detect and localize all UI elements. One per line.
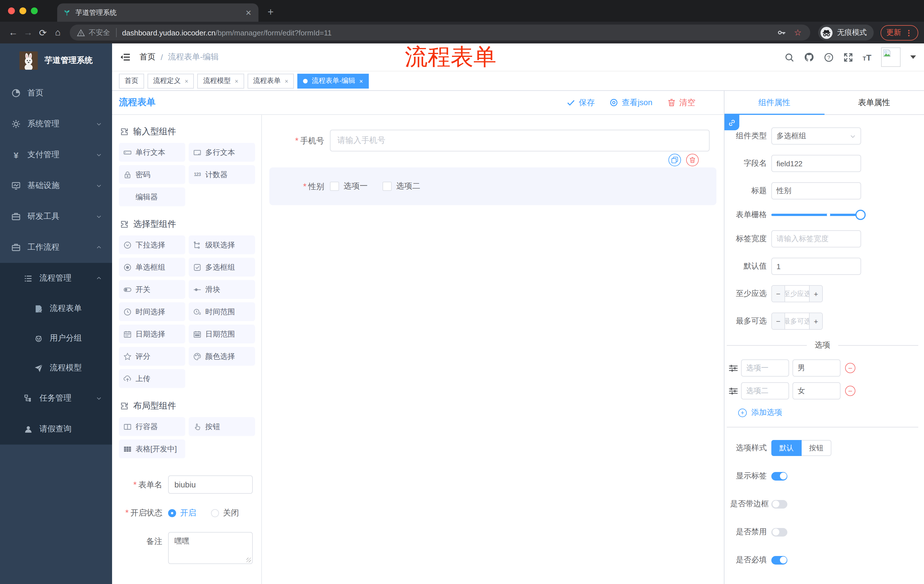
maximize-window-button[interactable]: [31, 7, 38, 14]
reload-icon[interactable]: ⟳: [35, 27, 50, 38]
browser-update-button[interactable]: 更新 ⋮: [881, 25, 918, 40]
tag-process-model[interactable]: 流程模型×: [198, 73, 244, 88]
tag-process-form[interactable]: 流程表单×: [248, 73, 294, 88]
drag-handle-icon[interactable]: [729, 387, 738, 395]
font-size-icon[interactable]: TT: [863, 52, 871, 62]
sidebar-item-process-mgmt[interactable]: 流程管理: [0, 263, 112, 294]
minimize-window-button[interactable]: [20, 7, 26, 14]
label-width-input[interactable]: 请输入标签宽度: [771, 230, 861, 247]
show-label-toggle[interactable]: [771, 472, 787, 480]
palette-item-table[interactable]: 表格[开发中]: [119, 439, 185, 458]
remark-textarea[interactable]: 嘿嘿: [168, 532, 253, 564]
status-radio-on[interactable]: 开启: [168, 508, 196, 518]
palette-item-checkbox-group[interactable]: 多选框组: [189, 258, 255, 276]
view-json-button[interactable]: 查看json: [610, 97, 652, 108]
avatar-caret-icon[interactable]: [910, 56, 916, 59]
palette-item-date-range[interactable]: 日期范围: [189, 324, 255, 344]
stepper-increase-button[interactable]: +: [809, 313, 822, 329]
url-path[interactable]: /bpm/manager/form/edit?formId=11: [216, 28, 332, 37]
tag-close-icon[interactable]: ×: [185, 77, 188, 84]
sidebar-item-workflow[interactable]: 工作流程: [0, 232, 112, 263]
security-label[interactable]: 不安全: [89, 28, 110, 38]
home-icon[interactable]: ⌂: [50, 28, 65, 38]
border-toggle[interactable]: [771, 500, 787, 508]
tab-form-props[interactable]: 表单属性: [824, 91, 924, 114]
address-bar[interactable]: 不安全 dashboard.yudao.iocoder.cn /bpm/mana…: [70, 25, 810, 41]
canvas-field-gender-selected[interactable]: *性别 选项一 选项二: [269, 168, 716, 205]
drag-handle-icon[interactable]: [729, 364, 738, 372]
tag-process-form-edit[interactable]: 流程表单-编辑×: [298, 73, 369, 88]
sidebar-item-payment[interactable]: ¥ 支付管理: [0, 140, 112, 170]
back-icon[interactable]: ←: [6, 28, 21, 38]
window-controls[interactable]: [8, 7, 38, 14]
palette-item-cascader[interactable]: 级联选择: [189, 235, 255, 254]
tag-close-icon[interactable]: ×: [285, 77, 289, 84]
avatar[interactable]: [881, 48, 901, 67]
field-name-input[interactable]: field122: [771, 155, 861, 172]
form-name-input[interactable]: biubiu: [168, 475, 253, 494]
palette-item-row-container[interactable]: 行容器: [119, 417, 185, 436]
max-select-stepper[interactable]: − 最多可选 +: [771, 313, 823, 330]
disabled-toggle[interactable]: [771, 528, 787, 536]
slider-thumb[interactable]: [855, 210, 866, 220]
style-button-button[interactable]: 按钮: [802, 440, 832, 456]
remove-option-button[interactable]: −: [845, 386, 855, 396]
forward-icon[interactable]: →: [21, 28, 35, 38]
component-type-select[interactable]: 多选框组: [771, 127, 861, 145]
browser-tab[interactable]: 芋道管理系统 ✕: [57, 3, 259, 22]
url-host[interactable]: dashboard.yudao.iocoder.cn: [122, 28, 216, 37]
password-key-icon[interactable]: [777, 28, 786, 37]
fullscreen-icon[interactable]: [843, 52, 853, 62]
stepper-value[interactable]: 至少应选: [785, 286, 809, 302]
checkbox[interactable]: [330, 182, 339, 191]
status-radio-off[interactable]: 关闭: [211, 508, 239, 518]
bind-link-button[interactable]: [724, 115, 739, 130]
default-value-input[interactable]: 1: [771, 258, 861, 275]
palette-item-switch[interactable]: 开关: [119, 280, 185, 299]
min-select-stepper[interactable]: − 至少应选 +: [771, 285, 823, 302]
gender-option-2[interactable]: 选项二: [383, 181, 420, 191]
palette-item-password[interactable]: 密码: [119, 165, 185, 184]
close-window-button[interactable]: [8, 7, 15, 14]
form-canvas[interactable]: *手机号 请输入手机号: [262, 115, 724, 584]
phone-input[interactable]: 请输入手机号: [330, 130, 710, 151]
stepper-decrease-button[interactable]: −: [772, 313, 785, 329]
browser-menu-icon[interactable]: ⋮: [905, 28, 912, 37]
sidebar-item-devtools[interactable]: 研发工具: [0, 201, 112, 232]
remove-option-button[interactable]: −: [845, 363, 855, 373]
option-label-input[interactable]: 选项二: [741, 382, 789, 400]
add-option-button[interactable]: + 添加选项: [738, 408, 924, 418]
palette-item-multi-text[interactable]: 多行文本: [189, 143, 255, 162]
github-icon[interactable]: [804, 52, 814, 62]
sidebar-item-leave-query[interactable]: 请假查询: [0, 414, 112, 444]
required-toggle[interactable]: [771, 556, 787, 564]
help-icon[interactable]: ?: [823, 52, 833, 62]
tag-process-definition[interactable]: 流程定义×: [147, 73, 194, 88]
tag-close-icon[interactable]: ×: [360, 77, 363, 84]
update-label[interactable]: 更新: [886, 28, 901, 38]
delete-widget-button[interactable]: [686, 154, 699, 166]
option-value-input[interactable]: 男: [792, 359, 840, 377]
copy-widget-button[interactable]: [668, 154, 681, 166]
breadcrumb-home[interactable]: 首页: [140, 52, 155, 62]
tab-component-props[interactable]: 组件属性: [724, 91, 824, 114]
gender-option-1[interactable]: 选项一: [330, 181, 368, 191]
palette-item-radio-group[interactable]: 单选框组: [119, 258, 185, 276]
style-default-button[interactable]: 默认: [771, 440, 802, 456]
palette-item-editor[interactable]: 编辑器: [119, 188, 185, 206]
sidebar-item-user-group[interactable]: 用户分组: [0, 323, 112, 353]
palette-item-single-text[interactable]: 单行文本: [119, 143, 185, 162]
palette-item-time-range[interactable]: 时间范围: [189, 302, 255, 321]
checkbox[interactable]: [383, 182, 392, 191]
palette-item-date-picker[interactable]: 日期选择: [119, 324, 185, 344]
stepper-increase-button[interactable]: +: [809, 286, 822, 302]
palette-item-time-picker[interactable]: 时间选择: [119, 302, 185, 321]
sidebar-item-system[interactable]: 系统管理: [0, 109, 112, 140]
sidebar-item-task-mgmt[interactable]: 任务管理: [0, 383, 112, 414]
sidebar-item-home[interactable]: 首页: [0, 78, 112, 109]
palette-item-button[interactable]: 按钮: [189, 417, 255, 436]
clear-button[interactable]: 清空: [667, 97, 695, 108]
save-button[interactable]: 保存: [567, 97, 595, 108]
stepper-decrease-button[interactable]: −: [772, 286, 785, 302]
tag-home[interactable]: 首页: [119, 73, 144, 88]
